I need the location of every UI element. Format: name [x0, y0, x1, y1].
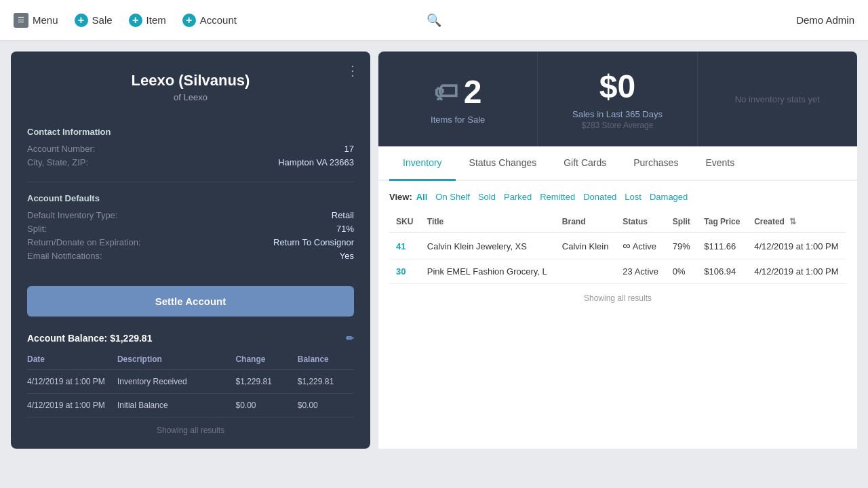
sale-plus-icon: +: [75, 14, 88, 27]
balance-label: Account Balance: $1,229.81: [27, 333, 152, 344]
stat-card-sales: $0 Sales in Last 365 Days $283 Store Ave…: [538, 52, 697, 146]
sku-1: 41: [389, 232, 420, 260]
inv-type-value: Retail: [332, 210, 354, 220]
search-icon[interactable]: 🔍: [427, 14, 441, 27]
settle-account-button[interactable]: Settle Account: [27, 286, 354, 317]
item-nav-item[interactable]: + Item: [129, 14, 166, 27]
filter-sold[interactable]: Sold: [478, 192, 496, 202]
tab-gift-cards[interactable]: Gift Cards: [550, 146, 620, 181]
city-state-zip-value: Hampton VA 23663: [278, 157, 354, 167]
sales-sub: $283 Store Average: [582, 121, 654, 130]
defaults-section-title: Account Defaults: [27, 193, 354, 203]
title-1: Calvin Klein Jewelery, XS: [420, 232, 555, 260]
tab-events[interactable]: Events: [692, 146, 748, 181]
return-value: Return To Consignor: [273, 237, 354, 247]
sku-link-2[interactable]: 30: [396, 266, 406, 277]
email-row: Email Notifications: Yes: [27, 251, 354, 261]
filter-on-shelf[interactable]: On Shelf: [435, 192, 470, 202]
col-brand: Brand: [555, 211, 616, 232]
col-split: Split: [666, 211, 697, 232]
menu-nav-item[interactable]: ☰ Menu: [14, 13, 58, 28]
account-number-label: Account Number:: [27, 144, 95, 154]
brand-1: Calvin Klein: [555, 232, 616, 260]
inventory-footer: Showing all results: [389, 293, 846, 303]
ledger-date-2: 4/12/2019 at 1:00 PM: [27, 401, 112, 410]
more-options-icon[interactable]: ⋮: [346, 62, 359, 79]
filter-parked[interactable]: Parked: [504, 192, 532, 202]
split-2: 0%: [666, 260, 697, 284]
view-label: View:: [389, 192, 412, 202]
account-label: Account: [200, 14, 237, 26]
filter-donated[interactable]: Donated: [583, 192, 616, 202]
email-value: Yes: [340, 251, 354, 261]
ledger-footer: Showing all results: [27, 426, 354, 435]
split-value: 71%: [336, 224, 354, 234]
tab-inventory[interactable]: Inventory: [389, 146, 456, 181]
ledger-col-description: Description: [117, 354, 231, 364]
filter-all[interactable]: All: [416, 192, 428, 202]
sales-number: $0: [599, 68, 635, 105]
search-area[interactable]: 🔍: [427, 13, 441, 28]
filter-damaged[interactable]: Damaged: [650, 192, 688, 202]
created-1: 4/12/2019 at 1:00 PM: [747, 232, 846, 260]
tag-price-1: $111.66: [697, 232, 747, 260]
col-sku: SKU: [389, 211, 420, 232]
tag-price-2: $106.94: [697, 260, 747, 284]
menu-label: Menu: [33, 14, 58, 26]
sort-created-icon[interactable]: ⇅: [789, 217, 796, 226]
split-label: Split:: [27, 224, 47, 234]
ledger-date-1: 4/12/2019 at 1:00 PM: [27, 377, 112, 386]
filter-remitted[interactable]: Remitted: [540, 192, 575, 202]
ledger-balance-1: $1,229.81: [298, 377, 354, 386]
sale-label: Sale: [92, 14, 113, 26]
sku-link-1[interactable]: 41: [396, 241, 406, 251]
defaults-section: Account Defaults Default Inventory Type:…: [11, 182, 370, 275]
view-filter-row: View: All On Shelf Sold Parked Remitted …: [389, 192, 846, 202]
ledger-change-2: $0.00: [235, 401, 292, 410]
tabs-bar: Inventory Status Changes Gift Cards Purc…: [378, 146, 857, 181]
account-plus-icon: +: [182, 14, 196, 27]
table-row: 30 Pink EMEL Fashion Grocery, L 23 Activ…: [389, 260, 846, 284]
stat-card-inventory: No inventory stats yet: [698, 52, 857, 146]
ledger-desc-2: Initial Balance: [117, 401, 231, 410]
items-for-sale-label: Items for Sale: [431, 115, 485, 125]
sale-nav-item[interactable]: + Sale: [75, 14, 113, 27]
balance-row: Account Balance: $1,229.81 ✏: [11, 327, 370, 349]
account-nav-item[interactable]: + Account: [182, 14, 237, 27]
stat-card-items: 🏷 2 Items for Sale: [378, 52, 538, 146]
status-2: 23 Active: [616, 260, 666, 284]
contact-section-title: Contact Information: [27, 127, 354, 137]
inv-type-label: Default Inventory Type:: [27, 210, 117, 220]
account-sub: of Leexo: [24, 92, 357, 102]
inventory-area: View: All On Shelf Sold Parked Remitted …: [378, 181, 857, 449]
main-wrapper: ⋮ Leexo (Silvanus) of Leexo Contact Info…: [0, 41, 868, 460]
ledger: Date Description Change Balance 4/12/201…: [11, 349, 370, 435]
no-inventory-text: No inventory stats yet: [735, 94, 820, 104]
ledger-row-2: 4/12/2019 at 1:00 PM Initial Balance $0.…: [27, 394, 354, 418]
filter-lost[interactable]: Lost: [625, 192, 642, 202]
menu-icon: ☰: [14, 13, 28, 28]
tab-purchases[interactable]: Purchases: [620, 146, 692, 181]
item-label: Item: [146, 14, 166, 26]
sales-label: Sales in Last 365 Days: [572, 109, 663, 119]
split-row: Split: 71%: [27, 224, 354, 234]
ledger-col-change: Change: [235, 354, 292, 364]
city-state-zip-label: City, State, ZIP:: [27, 157, 88, 167]
item-plus-icon: +: [129, 14, 142, 27]
title-2: Pink EMEL Fashion Grocery, L: [420, 260, 555, 284]
split-1: 79%: [666, 232, 697, 260]
inv-type-row: Default Inventory Type: Retail: [27, 210, 354, 220]
ledger-header: Date Description Change Balance: [27, 349, 354, 370]
ledger-balance-2: $0.00: [298, 401, 354, 410]
edit-balance-icon[interactable]: ✏: [346, 333, 354, 344]
ledger-col-balance: Balance: [298, 354, 354, 364]
tab-status-changes[interactable]: Status Changes: [456, 146, 551, 181]
topnav: ☰ Menu + Sale + Item + Account 🔍 Demo Ad…: [0, 0, 868, 41]
created-2: 4/12/2019 at 1:00 PM: [747, 260, 846, 284]
tag-icon: 🏷: [434, 78, 458, 106]
ledger-row-1: 4/12/2019 at 1:00 PM Inventory Received …: [27, 370, 354, 394]
inventory-table-header-row: SKU Title Brand Status Split Tag Price C…: [389, 211, 846, 232]
left-panel: ⋮ Leexo (Silvanus) of Leexo Contact Info…: [11, 52, 370, 449]
status-1: ∞ Active: [616, 232, 666, 260]
account-number-row: Account Number: 17: [27, 144, 354, 154]
